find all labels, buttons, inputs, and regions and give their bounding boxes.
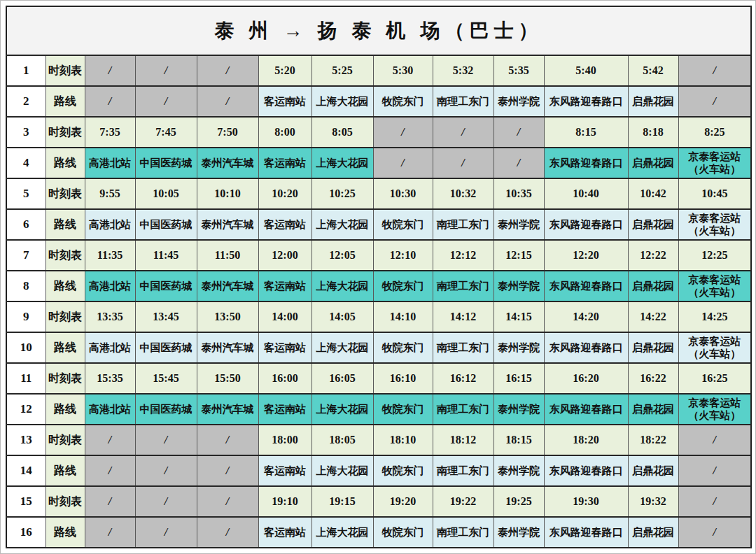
time-cell: 10:25 [312, 178, 373, 209]
empty-cell: / [197, 455, 258, 486]
station-cell: 泰州学院 [493, 455, 544, 486]
time-cell: 8:05 [312, 117, 373, 148]
row-number-cell: 13 [6, 425, 46, 455]
title-row: 泰 州 → 扬 泰 机 场（巴士） [6, 6, 751, 55]
empty-cell: / [135, 425, 197, 455]
time-cell: 12:10 [373, 240, 433, 271]
empty-cell: / [678, 425, 751, 455]
empty-cell: / [433, 117, 493, 148]
empty-cell: / [85, 455, 135, 486]
empty-cell: / [678, 455, 751, 486]
time-cell: 5:32 [433, 55, 493, 86]
row-type-cell: 时刻表 [46, 240, 85, 271]
time-cell: 15:50 [197, 363, 258, 394]
time-cell: 8:18 [628, 117, 678, 148]
station-cell: 东风路迎春路口 [544, 148, 628, 178]
table-row: 8路线高港北站中国医药城泰州汽车城客运南站上海大花园牧院东门南理工东门泰州学院东… [6, 271, 751, 301]
station-cell: 东风路迎春路口 [544, 455, 628, 486]
row-number-cell: 11 [6, 363, 46, 394]
row-type-cell: 时刻表 [46, 486, 85, 517]
empty-cell: / [85, 486, 135, 517]
time-cell: 18:10 [373, 425, 433, 455]
table-row: 1时刻表///5:205:255:305:325:355:405:42/ [6, 55, 751, 86]
row-number-cell: 9 [6, 301, 46, 332]
time-cell: 5:42 [628, 55, 678, 86]
time-cell: 19:15 [312, 486, 373, 517]
station-cell: 中国医药城 [135, 209, 197, 240]
time-cell: 16:10 [373, 363, 433, 394]
station-cell: 启鼎花园 [628, 517, 678, 548]
time-cell: 12:25 [678, 240, 751, 271]
station-cell: 泰州汽车城 [197, 209, 258, 240]
empty-cell: / [85, 425, 135, 455]
time-cell: 5:30 [373, 55, 433, 86]
time-cell: 9:55 [85, 178, 135, 209]
time-cell: 14:12 [433, 301, 493, 332]
station-cell: 牧院东门 [373, 209, 433, 240]
table-title: 泰 州 → 扬 泰 机 场（巴士） [6, 6, 751, 55]
empty-cell: / [197, 517, 258, 548]
station-cell: 启鼎花园 [628, 148, 678, 178]
station-cell: 客运南站 [258, 148, 312, 178]
station-cell: 南理工东门 [433, 455, 493, 486]
station-cell: 高港北站 [85, 332, 135, 363]
empty-cell: / [678, 55, 751, 86]
station-cell: 启鼎花园 [628, 455, 678, 486]
time-cell: 7:45 [135, 117, 197, 148]
station-cell: 客运南站 [258, 455, 312, 486]
station-cell: 泰州汽车城 [197, 394, 258, 425]
station-cell: 中国医药城 [135, 332, 197, 363]
time-cell: 10:10 [197, 178, 258, 209]
time-cell: 18:12 [433, 425, 493, 455]
time-cell: 11:45 [135, 240, 197, 271]
table-row: 13时刻表///18:0018:0518:1018:1218:1518:2018… [6, 425, 751, 455]
time-cell: 19:20 [373, 486, 433, 517]
time-cell: 14:25 [678, 301, 751, 332]
table-row: 7时刻表11:3511:4511:5012:0012:0512:1012:121… [6, 240, 751, 271]
time-cell: 12:12 [433, 240, 493, 271]
time-cell: 14:20 [544, 301, 628, 332]
time-cell: 5:20 [258, 55, 312, 86]
station-cell: 客运南站 [258, 86, 312, 117]
station-cell: 泰州汽车城 [197, 271, 258, 301]
empty-cell: / [85, 86, 135, 117]
time-cell: 10:45 [678, 178, 751, 209]
time-cell: 5:40 [544, 55, 628, 86]
time-cell: 8:25 [678, 117, 751, 148]
row-number-cell: 6 [6, 209, 46, 240]
row-type-cell: 路线 [46, 332, 85, 363]
time-cell: 11:35 [85, 240, 135, 271]
empty-cell: / [493, 117, 544, 148]
time-cell: 10:32 [433, 178, 493, 209]
row-type-cell: 时刻表 [46, 117, 85, 148]
time-cell: 14:15 [493, 301, 544, 332]
station-cell: 客运南站 [258, 394, 312, 425]
time-cell: 16:20 [544, 363, 628, 394]
station-cell: 南理工东门 [433, 394, 493, 425]
station-cell: 京泰客运站 （火车站） [678, 271, 751, 301]
station-cell: 东风路迎春路口 [544, 271, 628, 301]
station-cell: 启鼎花园 [628, 332, 678, 363]
time-cell: 18:00 [258, 425, 312, 455]
station-cell: 京泰客运站 （火车站） [678, 209, 751, 240]
station-cell: 东风路迎春路口 [544, 86, 628, 117]
time-cell: 16:22 [628, 363, 678, 394]
row-type-cell: 路线 [46, 209, 85, 240]
station-cell: 高港北站 [85, 148, 135, 178]
time-cell: 19:22 [433, 486, 493, 517]
time-cell: 14:00 [258, 301, 312, 332]
empty-cell: / [197, 55, 258, 86]
row-number-cell: 2 [6, 86, 46, 117]
table-row: 3时刻表7:357:457:508:008:05///8:158:188:25 [6, 117, 751, 148]
station-cell: 牧院东门 [373, 86, 433, 117]
time-cell: 12:05 [312, 240, 373, 271]
time-cell: 16:12 [433, 363, 493, 394]
empty-cell: / [197, 86, 258, 117]
table-row: 4路线高港北站中国医药城泰州汽车城客运南站上海大花园///东风路迎春路口启鼎花园… [6, 148, 751, 178]
row-number-cell: 5 [6, 178, 46, 209]
station-cell: 上海大花园 [312, 455, 373, 486]
time-cell: 16:25 [678, 363, 751, 394]
station-cell: 上海大花园 [312, 148, 373, 178]
time-cell: 12:00 [258, 240, 312, 271]
row-number-cell: 16 [6, 517, 46, 548]
